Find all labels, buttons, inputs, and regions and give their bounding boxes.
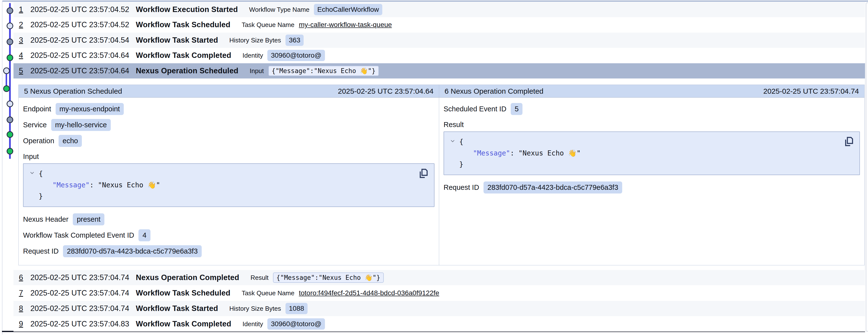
panel-timestamp: 2025-02-25 UTC 23:57:04.74 — [763, 87, 859, 95]
field-value-chip: my-hello-service — [51, 119, 111, 131]
field-label: Request ID — [23, 247, 59, 255]
event-attribute-label: History Size Bytes — [229, 36, 281, 44]
history-event-row[interactable]: 22025-02-25 UTC 23:57:04.52Workflow Task… — [13, 17, 865, 32]
event-attribute-label: Identity — [243, 52, 263, 59]
json-line: "Message": "Nexus Echo 👋" — [24, 179, 417, 191]
timeline-node-completed[interactable] — [7, 148, 13, 155]
detail-field: Operationecho — [23, 135, 434, 147]
event-type-name: Workflow Task Completed — [136, 51, 231, 60]
event-6-detail-panel: 6 Nexus Operation Completed 2025-02-25 U… — [439, 85, 864, 265]
detail-field: Workflow Task Completed Event ID4 — [23, 229, 434, 241]
field-label: Endpoint — [23, 105, 51, 113]
event-timestamp: 2025-02-25 UTC 23:57:04.83 — [30, 319, 129, 328]
json-line: { — [444, 136, 842, 148]
event-6-panel-header[interactable]: 6 Nexus Operation Completed 2025-02-25 U… — [439, 85, 864, 97]
detail-field: Servicemy-hello-service — [23, 119, 434, 131]
detail-field: Request ID283fd070-d57a-4423-bdca-c5c779… — [23, 245, 434, 257]
history-event-row[interactable]: 72025-02-25 UTC 23:57:04.74Workflow Task… — [13, 285, 865, 301]
event-id-link[interactable]: 2 — [19, 20, 24, 29]
history-event-row[interactable]: 32025-02-25 UTC 23:57:04.54Workflow Task… — [13, 33, 865, 48]
history-event-row[interactable]: 92025-02-25 UTC 23:57:04.83Workflow Task… — [13, 316, 865, 332]
timeline-node-scheduled[interactable] — [3, 67, 10, 74]
attribute-value-link[interactable]: my-caller-workflow-task-queue — [299, 21, 392, 28]
event-6-panel-body: Scheduled Event ID5Result{"Message": "Ne… — [439, 97, 864, 265]
event-id-link[interactable]: 4 — [19, 51, 24, 60]
event-attribute-value: {"Message":"Nexus Echo 👋"} — [268, 66, 379, 76]
attribute-value-chip: 30960@totoro@ — [267, 50, 325, 61]
event-5-panel-body: Endpointmy-nexus-endpointServicemy-hello… — [19, 97, 439, 265]
event-id-link[interactable]: 5 — [19, 66, 24, 75]
event-attribute-value: totoro:f494fecf-2d51-4d48-bdcd-036a0f912… — [299, 289, 439, 297]
copy-payload-button[interactable] — [418, 168, 429, 179]
timeline-node-completed[interactable] — [7, 131, 13, 138]
json-key: "Message" — [53, 181, 90, 189]
event-5-panel-header[interactable]: 5 Nexus Operation Scheduled 2025-02-25 U… — [19, 85, 439, 97]
timeline-node-completed[interactable] — [3, 85, 10, 92]
attribute-value-link[interactable]: totoro:f494fecf-2d51-4d48-bdcd-036a0f912… — [299, 289, 439, 297]
event-attribute-value: 30960@totoro@ — [267, 50, 325, 61]
payload-codeblock: {"Message": "Nexus Echo 👋"} — [443, 132, 860, 175]
vertical-scrollbar-thumb[interactable] — [866, 2, 868, 332]
timeline-node-completed[interactable] — [7, 54, 13, 61]
detail-field: Request ID283fd070-d57a-4423-bdca-c5c779… — [443, 182, 860, 194]
attribute-value-json-chip: {"Message":"Nexus Echo 👋"} — [268, 66, 379, 76]
event-id-link[interactable]: 1 — [19, 5, 24, 14]
field-value-chip: 283fd070-d57a-4423-bdca-c5c779e6a3f3 — [63, 245, 202, 257]
collapse-chevron-icon[interactable] — [450, 138, 456, 144]
json-line: "Message": "Nexus Echo 👋" — [444, 148, 842, 159]
event-5-detail-panel: 5 Nexus Operation Scheduled 2025-02-25 U… — [19, 85, 439, 265]
event-attribute-value: 1088 — [285, 303, 308, 314]
event-type-name: Workflow Task Started — [136, 304, 218, 313]
event-id-link[interactable]: 7 — [19, 289, 24, 298]
attribute-value-chip: 363 — [285, 34, 304, 46]
event-type-name: Workflow Execution Started — [136, 5, 238, 14]
event-id-link[interactable]: 9 — [19, 319, 24, 328]
json-line: } — [444, 159, 842, 170]
copy-icon — [418, 168, 429, 179]
history-event-row[interactable]: 82025-02-25 UTC 23:57:04.74Workflow Task… — [13, 301, 865, 316]
collapse-chevron-icon[interactable] — [29, 170, 35, 176]
event-attribute-label: Workflow Type Name — [249, 6, 310, 13]
attribute-value-chip: 30960@totoro@ — [267, 318, 325, 330]
event-id-link[interactable]: 8 — [19, 304, 24, 313]
history-event-row[interactable]: 42025-02-25 UTC 23:57:04.64Workflow Task… — [13, 48, 865, 63]
event-timestamp: 2025-02-25 UTC 23:57:04.74 — [30, 304, 129, 313]
timeline-node-started[interactable] — [7, 116, 13, 123]
event-attribute-value: EchoCallerWorkflow — [314, 4, 382, 15]
event-attribute-value: 30960@totoro@ — [267, 318, 325, 330]
timeline-node-scheduled[interactable] — [7, 101, 13, 107]
detail-field-label: Input — [23, 151, 434, 162]
timeline-node-scheduled[interactable] — [7, 23, 13, 29]
event-id-link[interactable]: 3 — [19, 36, 24, 45]
event-detail-panels: 5 Nexus Operation Scheduled 2025-02-25 U… — [19, 85, 865, 266]
copy-payload-button[interactable] — [844, 136, 854, 147]
timeline-node-started[interactable] — [7, 7, 13, 14]
event-type-name: Nexus Operation Scheduled — [136, 66, 238, 75]
field-label: Input — [23, 152, 39, 161]
detail-field: Endpoint ID3c0c75ccfa8144b092c13ce632463… — [23, 264, 434, 265]
event-id-link[interactable]: 6 — [19, 273, 24, 282]
event-timestamp: 2025-02-25 UTC 23:57:04.64 — [30, 66, 129, 75]
event-attribute-value: my-caller-workflow-task-queue — [299, 21, 392, 29]
json-line: { — [24, 168, 417, 179]
field-value-chip: present — [73, 213, 104, 225]
history-event-row[interactable]: 62025-02-25 UTC 23:57:04.74Nexus Operati… — [13, 270, 865, 285]
event-type-name: Workflow Task Scheduled — [136, 289, 230, 298]
event-attribute-value: {"Message":"Nexus Echo 👋"} — [273, 273, 384, 283]
detail-field: Nexus Headerpresent — [23, 213, 434, 225]
field-label: Operation — [23, 137, 54, 145]
event-attribute-value: 363 — [285, 34, 304, 46]
timeline-node-started[interactable] — [7, 38, 13, 45]
event-timestamp: 2025-02-25 UTC 23:57:04.64 — [30, 51, 129, 60]
event-attribute-label: Identity — [243, 320, 263, 328]
panel-timestamp: 2025-02-25 UTC 23:57:04.64 — [338, 87, 434, 95]
history-event-row[interactable]: 52025-02-25 UTC 23:57:04.64Nexus Operati… — [13, 63, 865, 79]
event-timestamp: 2025-02-25 UTC 23:57:04.52 — [30, 20, 129, 29]
history-event-row[interactable]: 12025-02-25 UTC 23:57:04.52Workflow Exec… — [13, 2, 865, 17]
detail-field: Endpointmy-nexus-endpoint — [23, 103, 434, 115]
card-left-border — [2, 0, 2, 335]
event-type-name: Workflow Task Scheduled — [136, 20, 230, 29]
field-value-chip: echo — [59, 135, 82, 147]
event-attribute-label: Input — [250, 67, 264, 75]
attribute-value-json-chip: {"Message":"Nexus Echo 👋"} — [273, 273, 384, 283]
